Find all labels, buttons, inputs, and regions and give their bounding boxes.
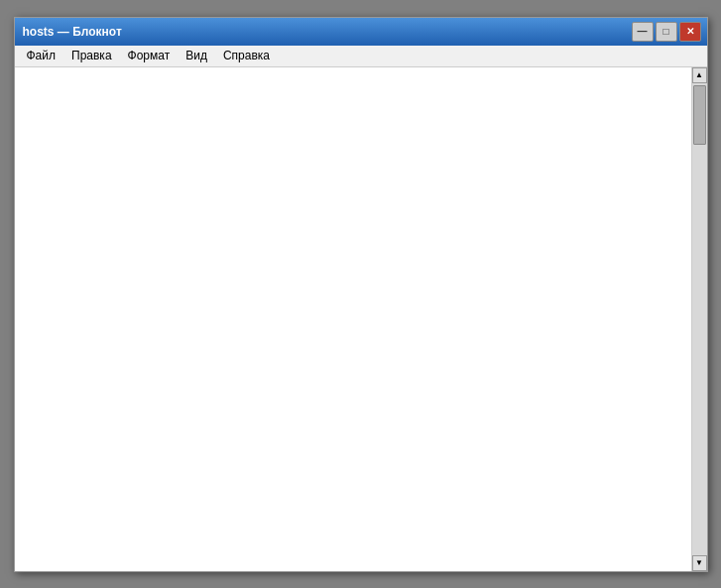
menu-view[interactable]: Вид xyxy=(178,47,215,64)
notepad-window: hosts — Блокнот — □ ✕ Файл Правка Формат… xyxy=(14,17,708,572)
menu-file[interactable]: Файл xyxy=(19,47,64,64)
editor-area: ▲ ▼ xyxy=(15,67,707,571)
minimize-button[interactable]: — xyxy=(632,22,654,42)
scroll-down-button[interactable]: ▼ xyxy=(692,555,707,571)
scroll-thumb[interactable] xyxy=(693,85,706,145)
text-editor[interactable] xyxy=(15,67,691,571)
menu-edit[interactable]: Правка xyxy=(63,47,120,64)
close-button[interactable]: ✕ xyxy=(679,22,701,42)
menu-format[interactable]: Формат xyxy=(120,47,179,64)
menu-help[interactable]: Справка xyxy=(215,47,278,64)
window-controls: — □ ✕ xyxy=(632,22,701,42)
window-title: hosts — Блокнот xyxy=(23,25,122,39)
title-bar: hosts — Блокнот — □ ✕ xyxy=(15,18,707,46)
scroll-track[interactable] xyxy=(692,83,707,555)
maximize-button[interactable]: □ xyxy=(656,22,677,42)
menu-bar: Файл Правка Формат Вид Справка xyxy=(15,46,707,67)
scroll-up-button[interactable]: ▲ xyxy=(692,67,707,83)
vertical-scrollbar[interactable]: ▲ ▼ xyxy=(691,67,707,571)
